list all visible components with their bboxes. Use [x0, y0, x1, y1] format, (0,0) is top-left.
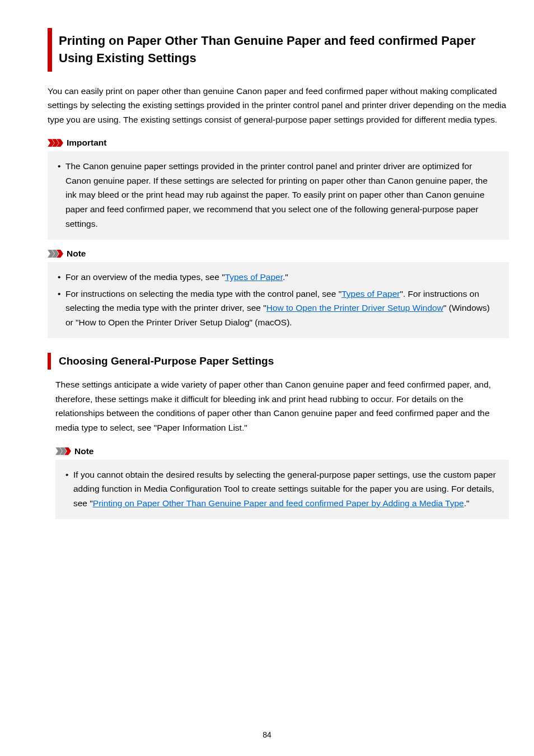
intro-paragraph: You can easily print on paper other than… — [48, 84, 509, 127]
page-number: 84 — [0, 730, 534, 739]
note1-item1-post: ." — [283, 272, 288, 282]
adding-media-type-link[interactable]: Printing on Paper Other Than Genuine Pap… — [93, 498, 464, 508]
note1-header: Note — [48, 249, 509, 259]
note1-item2-pre: For instructions on selecting the media … — [65, 289, 341, 298]
page-title: Printing on Paper Other Than Genuine Pap… — [59, 32, 509, 67]
note1-item1-pre: For an overview of the media types, see … — [65, 272, 225, 282]
types-of-paper-link-1[interactable]: Types of Paper — [225, 272, 283, 282]
note1-body: For an overview of the media types, see … — [48, 262, 509, 338]
note2-item-post: ." — [464, 498, 470, 508]
note-icon — [48, 250, 63, 258]
note1-item-1: For an overview of the media types, see … — [58, 270, 500, 284]
page-title-block: Printing on Paper Other Than Genuine Pap… — [48, 28, 509, 72]
note2-body: If you cannot obtain the desired results… — [55, 460, 509, 520]
section-body: These settings anticipate a wide variety… — [55, 377, 509, 435]
note2-item: If you cannot obtain the desired results… — [65, 468, 500, 511]
important-item: The Canon genuine paper settings provide… — [58, 159, 500, 231]
important-label: Important — [67, 138, 106, 148]
note-icon — [55, 447, 71, 455]
note2-header: Note — [55, 446, 509, 456]
section-heading: Choosing General-Purpose Paper Settings — [59, 355, 509, 367]
important-icon — [48, 139, 63, 147]
note1-item-2: For instructions on selecting the media … — [58, 287, 500, 330]
important-header: Important — [48, 138, 509, 148]
note2-label: Note — [74, 446, 93, 456]
types-of-paper-link-2[interactable]: Types of Paper — [341, 289, 400, 298]
section-header: Choosing General-Purpose Paper Settings — [48, 353, 509, 370]
important-body: The Canon genuine paper settings provide… — [48, 151, 509, 240]
note1-label: Note — [67, 249, 86, 259]
printer-driver-setup-link[interactable]: How to Open the Printer Driver Setup Win… — [266, 303, 443, 312]
